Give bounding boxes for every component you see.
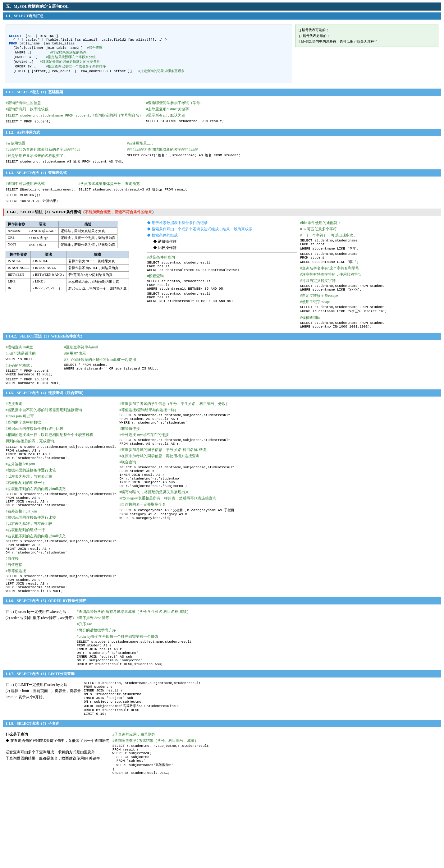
s1-1-comment2: #查询所有列，效率比较低 <box>6 106 143 112</box>
op-not-desc: 逻辑非，若操作数为假，结果则为真 <box>58 242 117 248</box>
like-comment1: #like条件使用的通配符： <box>300 220 438 226</box>
mohu-code: SELECT studentno, studentresult FROM res… <box>147 279 297 290</box>
custom-escape-comment: #自定义转移字符escape <box>300 293 438 298</box>
nested-desc: 嵌套查询可由多个子查询组成，求解的方式是由里及外； <box>6 749 109 755</box>
s1-3-layout: #查询中可以使用表达式 SELECT @@auto_increment_incr… <box>6 180 438 205</box>
op-between: BETWEEN <box>6 272 31 278</box>
s1-4-2-layout: #模糊查询 null空 #null可法是错误的 WHERE is null #正… <box>6 344 438 385</box>
s1-5-header: 1.1.5、SELECT语法（4）连接查询（联合查询） <box>3 390 441 397</box>
s1-4-layout: 操作符名称 语法 描述 AND&& a AND b 或 a && b 逻辑与，同… <box>6 219 438 329</box>
table-row: IS NULL a IS NULL 若操作符为NULL，则结果为真 <box>6 258 129 265</box>
add-info-comment1: #查询参加考试的同学信息（学号 姓名 科目名称 成绩） <box>119 447 234 453</box>
self-code: SELECT s.studentno,studentname,subjectno… <box>6 574 116 593</box>
bullet3: ◆ 搜索条件的组成 <box>147 232 297 238</box>
manzu-code: SELECT studentno, studentresult FROM res… <box>147 261 297 272</box>
op-in-desc: 若a为a1, a2, ...里的某一个，则结果为真 <box>66 285 129 292</box>
op-like-desc: SQL模式匹配，a匹配b则结果为真 <box>66 278 129 285</box>
s1-3-code3: SELECT 100*3-1 AS 计算结果; <box>6 198 75 204</box>
null-comment2: #null可法是错误的 <box>6 350 61 356</box>
s1-2-content: #as使用场景一： #########为查询列或表取新的名字######### … <box>3 137 441 167</box>
main-title: 五、MySQL数据库的定义语句DQL <box>3 2 441 10</box>
query-comment: #查询参加了考试的学生信息（学号、学生姓名、科目编号、分数） <box>119 401 234 406</box>
manzu-comment: #满足条件的查询 <box>147 254 297 260</box>
add-info-comment3: #联合查询 <box>119 459 234 465</box>
s1-2-r-comment2: #########为查询结果取新的名字######### <box>127 147 241 152</box>
s1-7-content: 注：(1) LIMIT一定使用在order by之后 (2) 规律：limit（… <box>3 679 441 718</box>
in-code: SELECT studentno,studentname FROM studen… <box>300 321 438 329</box>
s1-7-right: SELECT s.studentno, studentname,subjectn… <box>84 681 201 716</box>
s1-4-left: 操作符名称 语法 描述 AND&& a AND b 或 a && b 逻辑与，同… <box>6 219 144 329</box>
subquery-r-comment1: #子查询的应用，由里到外 <box>113 732 209 737</box>
s1-4-right: #like条件使用的通配符： # % 可匹任意多个字符 # _（一个字符），可以… <box>300 219 438 329</box>
s1-1-content: #查询所有学生的信息 #查询所有列，效率比较低 SELECT studentno… <box>3 97 441 127</box>
s1-1-layout: #查询所有学生的信息 #查询所有列，效率比较低 SELECT studentno… <box>6 99 438 125</box>
limit-note3: limit 0.5表示从个0开始。 <box>6 694 81 700</box>
full-join-code: SELECT s.studentno,studentname,subjectno… <box>119 438 234 446</box>
limit-note2: (2) 规律：limit（当前页面-1）页容量，页容量 <box>6 688 81 694</box>
s1-2-left: #as使用场景一： #########为查询列或表取新的名字######### … <box>6 140 124 165</box>
orderby-note2: (2) order by 列名 排序 (desc降序，asc升序) <box>6 615 74 621</box>
s1-2-right: #as使用场景二： #########为查询结果取新的名字######### S… <box>127 140 241 165</box>
like-code2: SELECT studentno,studentname FROM studen… <box>300 252 438 264</box>
s1-8-header: 1.1.8、SELECT语法（7）子查询 <box>3 720 441 727</box>
s1-3-left: #查询中可以使用表达式 SELECT @@auto_increment_incr… <box>6 180 75 205</box>
s1-4-middle: ◆ 用于检索数据表中符合条件的记录 ◆ 搜索条件可由一个或多个逻辑表达式组成，结… <box>147 219 297 329</box>
s1-4-content: 操作符名称 语法 描述 AND&& a AND b 或 a && b 逻辑与，同… <box>3 217 441 331</box>
s1-syntax-text: SELECT [ALL | DISTINCT] { * | table.* | … <box>9 34 289 73</box>
op-and-syntax: a AND b 或 a && b <box>27 228 59 235</box>
op-isnotnull: IS NOT NULL <box>6 265 31 272</box>
table-row: BETWEEN a BETWEEN b AND c 若a范围在b与c2间则结果为… <box>6 272 129 278</box>
s1-header: 1.1、SELECT语法汇总 <box>3 12 441 20</box>
limit-note1: 注：(1) LIMIT一定使用在order by之后 <box>6 682 81 687</box>
s1-code-col: SELECT [ALL | DISTINCT] { * | table.* | … <box>6 23 292 84</box>
right-join-comment4: #右表配配到的组成一行 <box>6 527 116 533</box>
subquery-r-comment2: #查询离等数学2考试结果（学号、科目编号、成绩） <box>113 738 209 743</box>
left-join-comment1: #左外连接 left join <box>6 461 116 467</box>
on-comment2: #相同的连接成一行，以后把相同配整合个比较整过程 <box>6 432 116 438</box>
s1-1-comment1: #查询所有学生的信息 <box>6 100 143 106</box>
orderby-r-code: SELECT s.studentno,studentname,subjectna… <box>77 640 192 666</box>
s1-2-header: 1.1.2、AS的使用方式 <box>3 129 441 136</box>
legend-bracket: [] 括号代表可选的； <box>298 27 435 33</box>
s1-3-r-comment: #学员考试成绩集体提三分，查询预览 <box>78 181 189 186</box>
self-join-code: SELECT a.categoryname AS '父栏目',b.categor… <box>119 508 234 520</box>
op-isnotnull-syntax: a IS NOT NULL <box>31 265 66 272</box>
s1-2-layout: #as使用场景一： #########为查询列或表取新的名字######### … <box>6 140 438 165</box>
s1-legend: [] 括号代表可选的； {} 括号代表必须的； # MySQL语句中的注释符，也… <box>295 25 438 47</box>
s1-5-right: #查询参加了考试的学生信息（学号、学生姓名、科目编号、分数） #等值连接(查询结… <box>119 400 234 593</box>
non-equal-comment: #非等值连接 <box>119 426 234 431</box>
orderby-r-comment2: #降序排列 desc 降序 <box>77 615 192 621</box>
add-info-comment2: #在原来加考试的同学信息，再使用相关连接查询 <box>119 453 234 459</box>
in-comment: #模糊查询in <box>300 315 438 320</box>
like-comment2: # % 可匹任意多个字符 <box>300 226 438 232</box>
s1-3-header: 1.1.3、SELECT语法（2）查询表达式 <box>3 169 441 177</box>
table-row: OR|| a OR b 或 a||b 逻辑或，只要一个为真，则结果为真 <box>6 235 118 242</box>
mohu-comment: #模糊查询 <box>147 273 297 279</box>
null-r-code: SELECT * FROM student WHERE identitycard… <box>64 363 158 370</box>
section-1-1-3: 1.1.3、SELECT语法（2）查询表达式 #查询中可以使用表达式 SELEC… <box>3 169 441 207</box>
s1-1-subcomment: SELECT studentno,studentname FROM studen… <box>6 113 143 118</box>
op-isnull-syntax: a IS NULL <box>31 258 66 265</box>
op-isnotnull-desc: 若操作符不为NULL，则结果为真 <box>66 265 129 272</box>
s1-3-code1: SELECT @@auto_increment_increment; <box>6 187 75 192</box>
op-table1-h3: 描述 <box>58 221 117 228</box>
s1-5-layout: #连接查询 #当数据来自不同的标的时候需要用到连接查询 #inner join … <box>6 400 438 593</box>
operator-table-1: 操作符名称 语法 描述 AND&& a AND b 或 a && b 逻辑与，同… <box>6 221 118 248</box>
null-r-comment1: #区别空字符串与null <box>64 344 158 350</box>
add-info-code: SELECT s.studentno,studentname,subjectna… <box>119 466 234 488</box>
s1-5-left: #连接查询 #当数据来自不同的标的时候需要用到连接查询 #inner join … <box>6 400 116 593</box>
null-wrong: WHERE is null <box>6 357 61 362</box>
s1-8-right: #子查询的应用，由里到外 #查询离等数学2考试结果（学号、科目编号、成绩） SE… <box>113 731 209 775</box>
sub-bullet1: ◆ 逻辑操作符 <box>147 239 297 244</box>
s1-5-content: #连接查询 #当数据来自不同的标的时候需要用到连接查询 #inner join … <box>3 398 441 595</box>
nested-desc2: 子查询返回的结果一般都是集合，故而建议使用IN 关键字： <box>6 755 109 761</box>
s1-8-layout: 什么是子查询 ◆ 在查询语句的WHERE关键字句中，又嵌套了另一个查询语句 嵌套… <box>6 731 438 775</box>
on-comment3: 得到内连接后的表，完成查询。 <box>6 438 116 444</box>
limit-r-code: SELECT s.studentno, studentname,subjectn… <box>84 681 201 716</box>
join-comment1: #连接查询 <box>6 401 116 406</box>
s1-legend-col: [] 括号代表可选的； {} 括号代表必须的； # MySQL语句中的注释符，也… <box>295 23 438 84</box>
s1-4-header: 1.1.4.1、SELECT语法（3）WHERE条件查询（不能加聚合函数，筛选不… <box>3 209 441 216</box>
s1-4-2-right: #区别空字符串与null #使用空''表示 #为了保证数据的正确性将is nul… <box>64 344 158 385</box>
bullet1: ◆ 用于检索数据表中符合条件的记录 <box>147 220 297 226</box>
operator-table-2: 操作符名称 语法 描述 IS NULL a IS NULL 若操作符为NULL，… <box>6 251 129 292</box>
